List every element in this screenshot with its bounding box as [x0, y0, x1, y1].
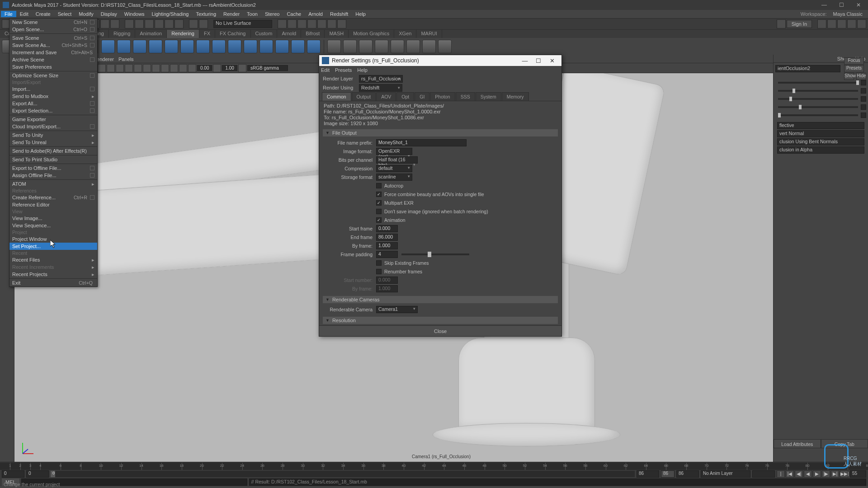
- snap-icon[interactable]: [125, 19, 134, 28]
- status-icon[interactable]: [327, 19, 336, 28]
- option-box[interactable]: [90, 124, 94, 129]
- menu-item[interactable]: Send to Adobe(R) After Effects(R): [9, 147, 97, 155]
- menu-lightingshading[interactable]: Lighting/Shading: [148, 11, 192, 17]
- rs-maximize[interactable]: ☐: [532, 57, 545, 64]
- option-box[interactable]: [90, 108, 94, 113]
- rs-tab[interactable]: System: [476, 92, 501, 101]
- rs-minimize[interactable]: —: [518, 57, 532, 64]
- character-field[interactable]: [752, 470, 775, 478]
- maximize-button[interactable]: ☐: [837, 2, 845, 8]
- vp-icon[interactable]: [143, 64, 151, 72]
- vp-icon[interactable]: [179, 64, 187, 72]
- menu-item[interactable]: Reference Editor: [9, 201, 97, 208]
- rs-tab[interactable]: Memory: [502, 92, 529, 101]
- close-button[interactable]: ✕: [854, 2, 863, 8]
- menu-help[interactable]: Help: [352, 11, 369, 17]
- menu-item[interactable]: Save Scene As...Ctrl+Shift+S: [9, 42, 97, 49]
- rs-menu-item[interactable]: Presets: [335, 67, 352, 73]
- vp-icon[interactable]: [134, 64, 142, 72]
- menu-render[interactable]: Render: [220, 11, 243, 17]
- snap-icon[interactable]: [145, 19, 154, 28]
- option-box[interactable]: [90, 20, 94, 24]
- step-fwd-key-button[interactable]: ▶|: [831, 470, 839, 478]
- live-surface-field[interactable]: No Live Surface: [213, 20, 272, 28]
- go-start-button[interactable]: |◀◀: [777, 470, 785, 478]
- hide-button[interactable]: Hide: [856, 73, 866, 80]
- shelf-sphere-icon[interactable]: [101, 40, 115, 53]
- section-header-cameras[interactable]: ▼Renderable Cameras: [323, 296, 558, 303]
- rs-tab[interactable]: AOV: [376, 92, 396, 101]
- attr-slider[interactable]: [778, 114, 858, 116]
- menu-item[interactable]: Recent Projects▸: [9, 271, 97, 278]
- status-icon[interactable]: [278, 19, 287, 28]
- time-slider-track[interactable]: 1234681012141618202224262830323436384042…: [0, 463, 868, 470]
- status-icon[interactable]: [337, 19, 346, 28]
- status-icon[interactable]: [817, 19, 826, 28]
- menu-item[interactable]: Recent Files▸: [9, 256, 97, 263]
- shelf-prim-icon[interactable]: [259, 40, 273, 53]
- shelf-prim-icon[interactable]: [196, 40, 210, 53]
- shelf-tool-icon[interactable]: [438, 40, 452, 53]
- menu-item[interactable]: Send To Unity▸: [9, 131, 97, 139]
- snap-icon[interactable]: [155, 19, 164, 28]
- play-fwd-button[interactable]: ▶: [813, 470, 821, 478]
- attr-slider[interactable]: [778, 82, 858, 84]
- shelf-tab[interactable]: Bifrost: [301, 30, 325, 38]
- status-icon[interactable]: [837, 19, 846, 28]
- shelf-tool-icon[interactable]: [327, 40, 341, 53]
- shelf-prim-icon[interactable]: [165, 40, 178, 53]
- shelf-cube-icon[interactable]: [117, 40, 131, 53]
- rs-menu-item[interactable]: Help: [357, 67, 368, 73]
- vp-icon[interactable]: [116, 64, 124, 72]
- attr-slider[interactable]: [778, 98, 858, 100]
- playback-start-field[interactable]: 0: [26, 470, 49, 478]
- menu-item[interactable]: Send To Unreal▸: [9, 139, 97, 146]
- shelf-tab[interactable]: XGen: [394, 30, 416, 38]
- renderable-camera-dropdown[interactable]: Camera1: [376, 306, 418, 313]
- range-handle[interactable]: 0: [51, 471, 55, 477]
- step-back-key-button[interactable]: |◀: [786, 470, 794, 478]
- anim-layer-dropdown[interactable]: No Anim Layer: [701, 470, 750, 478]
- rs-tab[interactable]: Common: [322, 92, 351, 101]
- animation-checkbox[interactable]: ✓: [376, 217, 382, 223]
- vp-icon[interactable]: [98, 64, 106, 72]
- vp-icon[interactable]: [107, 64, 115, 72]
- option-box[interactable]: [90, 73, 94, 78]
- shelf-tool-icon[interactable]: [422, 40, 436, 53]
- menu-texturing[interactable]: Texturing: [192, 11, 220, 17]
- shelf-prim-icon[interactable]: [307, 40, 321, 53]
- dont-save-checkbox[interactable]: [376, 209, 382, 214]
- rs-menu-item[interactable]: Edit: [321, 67, 330, 73]
- menu-item[interactable]: View Sequence...: [9, 222, 97, 229]
- menu-item[interactable]: ATOM▸: [9, 180, 97, 188]
- vp-icon[interactable]: [238, 64, 246, 72]
- menu-modify[interactable]: Modify: [75, 11, 97, 17]
- image-format-dropdown[interactable]: OpenEXR (exr): [376, 148, 412, 155]
- menu-item[interactable]: Save Preferences: [9, 63, 97, 70]
- shelf-tool-icon[interactable]: [375, 40, 388, 53]
- attr-swatch[interactable]: [861, 80, 866, 85]
- shelf-prim-icon[interactable]: [275, 40, 289, 53]
- option-box[interactable]: [90, 27, 94, 32]
- show-button[interactable]: Show: [844, 73, 854, 80]
- go-end-button[interactable]: ▶▶|: [840, 470, 848, 478]
- renumber-checkbox[interactable]: [376, 269, 382, 274]
- vp-icon[interactable]: [170, 64, 178, 72]
- play-back-button[interactable]: ◀: [804, 470, 812, 478]
- menu-file[interactable]: File: [1, 11, 16, 17]
- option-box[interactable]: [90, 166, 94, 170]
- shelf-prim-icon[interactable]: [291, 40, 305, 53]
- shelf-prim-icon[interactable]: [244, 40, 257, 53]
- rs-tab[interactable]: Photon: [430, 92, 455, 101]
- compression-dropdown[interactable]: default: [376, 165, 412, 172]
- playback-end-field[interactable]: 86: [637, 470, 659, 478]
- presets-button[interactable]: Presets: [844, 65, 864, 72]
- shelf-tab[interactable]: Motion Graphics: [349, 30, 394, 38]
- attr-slider[interactable]: [778, 106, 858, 108]
- status-icon[interactable]: [199, 19, 208, 28]
- rs-tab[interactable]: SSS: [456, 92, 475, 101]
- shelf-tab[interactable]: Custom: [251, 30, 278, 38]
- status-icon[interactable]: [288, 19, 297, 28]
- menu-item[interactable]: Export All...: [9, 100, 97, 107]
- render-using-dropdown[interactable]: Redshift: [359, 84, 402, 92]
